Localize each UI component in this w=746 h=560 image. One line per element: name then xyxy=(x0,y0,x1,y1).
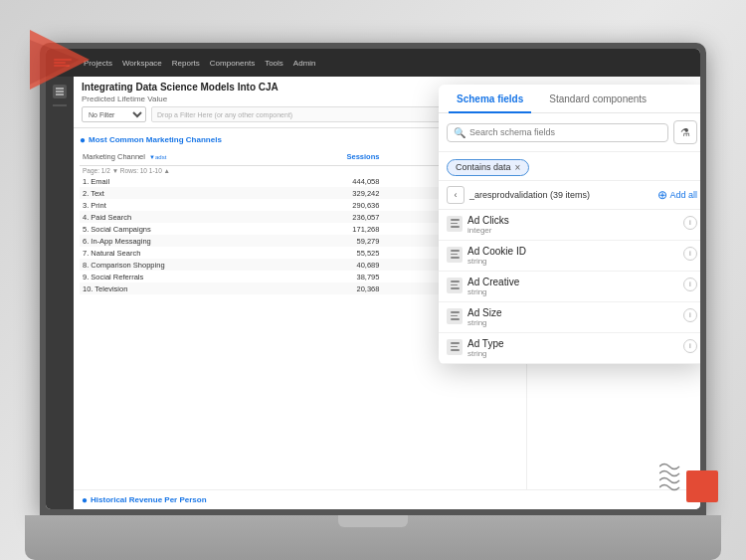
schema-item-icon xyxy=(447,308,463,324)
icon-lines xyxy=(451,342,460,351)
sidebar-divider xyxy=(53,104,67,106)
schema-item-icon xyxy=(447,278,463,293)
laptop-notch xyxy=(338,515,408,527)
schema-item-name: Ad Cookie ID xyxy=(467,246,678,257)
content-wrapper: Integrating Data Science Models Into CJA… xyxy=(74,77,700,509)
schema-item-info-button[interactable]: i xyxy=(683,278,697,291)
schema-item-info-button[interactable]: i xyxy=(683,308,697,322)
schema-item-type: string xyxy=(467,287,678,296)
screen-bezel: Projects Workspace Reports Components To… xyxy=(40,43,706,515)
search-input[interactable] xyxy=(469,127,661,137)
schema-item-content: Ad Cookie ID string xyxy=(467,246,678,266)
schema-item[interactable]: Ad Size string i xyxy=(439,302,700,333)
filter-select[interactable]: No Filter xyxy=(82,106,146,122)
historical-section: ● Historical Revenue Per Person xyxy=(74,489,700,509)
schema-item-name: Ad Type xyxy=(467,338,678,349)
schema-item-name: Ad Clicks xyxy=(467,215,678,226)
schema-item-content: Ad Creative string xyxy=(467,277,678,296)
search-icon: 🔍 xyxy=(454,127,466,138)
schema-item[interactable]: Ad Clicks integer i xyxy=(439,210,700,241)
schema-item-info-button[interactable]: i xyxy=(683,216,697,230)
nav-item-admin[interactable]: Admin xyxy=(293,59,316,68)
schema-item-info-button[interactable]: i xyxy=(683,247,697,261)
laptop-shell: Projects Workspace Reports Components To… xyxy=(25,43,721,560)
left-sidebar xyxy=(46,77,74,509)
schema-item-content: Ad Clicks integer xyxy=(467,215,678,235)
schema-item-icon xyxy=(447,216,463,232)
schema-nav-row: ‹ _aresprodvalidation (39 items) ⊕ Add a… xyxy=(439,181,700,210)
icon-lines xyxy=(451,311,460,320)
back-button[interactable]: ‹ xyxy=(447,186,465,204)
schema-item-type: integer xyxy=(467,226,678,235)
schema-item[interactable]: Ad Cookie ID string i xyxy=(439,241,700,272)
schema-item-content: Ad Size string xyxy=(467,307,678,327)
schema-item[interactable]: Ad Creative string i xyxy=(439,272,700,302)
schema-item-name: Ad Creative xyxy=(467,277,678,287)
badge-close[interactable]: × xyxy=(515,162,521,173)
search-row: 🔍 ⚗ xyxy=(439,113,700,152)
schema-item-type: string xyxy=(467,257,678,266)
schema-panel: Schema fields Standard components 🔍 ⚗ xyxy=(439,85,700,364)
historical-title: ● Historical Revenue Per Person xyxy=(82,494,692,505)
screen-inner: Projects Workspace Reports Components To… xyxy=(46,49,700,509)
nav-item-reports[interactable]: Reports xyxy=(172,59,200,68)
icon-lines xyxy=(451,250,460,259)
schema-item-info-button[interactable]: i xyxy=(683,339,697,353)
nav-item-workspace[interactable]: Workspace xyxy=(122,59,162,68)
laptop-base xyxy=(25,515,721,560)
schema-path: _aresprodvalidation (39 items) xyxy=(469,190,653,200)
col-sessions: Sessions xyxy=(291,148,383,166)
search-box[interactable]: 🔍 xyxy=(447,123,668,142)
col-channel: Marketing Channel ▼adst xyxy=(80,148,291,166)
red-square-decoration xyxy=(686,470,718,502)
schema-item-icon xyxy=(447,247,463,263)
schema-item-type: string xyxy=(467,349,678,358)
nav-item-components[interactable]: Components xyxy=(210,59,255,68)
nav-item-tools[interactable]: Tools xyxy=(265,59,283,68)
tab-schema-fields[interactable]: Schema fields xyxy=(449,85,531,113)
filter-icon-button[interactable]: ⚗ xyxy=(673,120,697,144)
schema-item-content: Ad Type string xyxy=(467,338,678,358)
nav-items: Projects Workspace Reports Components To… xyxy=(84,59,316,68)
wavy-decoration xyxy=(659,462,684,495)
tab-standard-components[interactable]: Standard components xyxy=(541,85,654,112)
contains-data-badge: Contains data × xyxy=(447,159,529,176)
filter-badge-row: Contains data × xyxy=(439,152,700,181)
schema-item[interactable]: Ad Type string i xyxy=(439,333,700,364)
icon-lines xyxy=(451,219,460,228)
icon-lines xyxy=(451,280,460,289)
schema-item-icon xyxy=(447,339,463,355)
logo-decoration xyxy=(30,30,109,93)
schema-items-list: Ad Clicks integer i Ad Cookie ID string … xyxy=(439,210,700,364)
add-all-button[interactable]: ⊕ Add all xyxy=(657,188,697,202)
main-layout: Integrating Data Science Models Into CJA… xyxy=(46,77,700,509)
top-nav: Projects Workspace Reports Components To… xyxy=(46,49,700,77)
schema-item-name: Ad Size xyxy=(467,307,678,318)
schema-tabs: Schema fields Standard components xyxy=(439,85,700,113)
schema-item-type: string xyxy=(467,318,678,327)
